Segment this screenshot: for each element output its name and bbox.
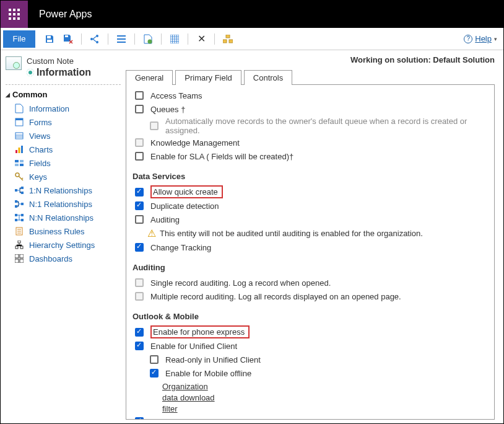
nav-hierarchy[interactable]: Hierarchy Settings bbox=[6, 238, 121, 252]
nav-n1[interactable]: N:1 Relationships bbox=[6, 197, 121, 211]
list-icon[interactable] bbox=[114, 32, 129, 46]
lbl-multi-audit: Multiple record auditing. Log all record… bbox=[150, 292, 401, 301]
lbl-mobile-offline: Enable for Mobile offline bbox=[165, 369, 251, 378]
form-panel[interactable]: Access Teams Queues † Automatically move… bbox=[126, 85, 495, 420]
nav-charts[interactable]: Charts bbox=[6, 143, 121, 156]
svg-point-14 bbox=[96, 41, 98, 43]
lbl-unified: Enable for Unified Client bbox=[150, 342, 237, 351]
chk-duplicate[interactable] bbox=[135, 201, 144, 210]
nav-forms[interactable]: Forms bbox=[6, 115, 121, 129]
entity-title: Information bbox=[27, 67, 91, 78]
svg-rect-32 bbox=[20, 164, 24, 166]
lbl-readonly-uc: Read-only in Unified Client bbox=[165, 355, 261, 364]
link-filter[interactable]: filter bbox=[162, 404, 488, 415]
highlight-quick-create: Allow quick create bbox=[150, 185, 223, 198]
svg-rect-0 bbox=[9, 9, 11, 11]
delete-icon[interactable]: ✕ bbox=[194, 32, 209, 46]
svg-rect-17 bbox=[117, 42, 126, 43]
chk-auditing[interactable] bbox=[135, 215, 144, 224]
lbl-km: Knowledge Management bbox=[150, 138, 240, 148]
rel-n1-icon bbox=[14, 199, 24, 209]
svg-rect-11 bbox=[65, 35, 68, 37]
tab-primary-field[interactable]: Primary Field bbox=[175, 70, 241, 85]
chk-queues-auto bbox=[150, 121, 159, 130]
chk-readonly-uc[interactable] bbox=[150, 355, 159, 364]
save-icon[interactable] bbox=[42, 32, 57, 46]
link-organization[interactable]: Organization bbox=[162, 381, 488, 392]
svg-rect-34 bbox=[15, 189, 17, 192]
chk-quick-create[interactable] bbox=[135, 188, 144, 197]
nav-bizrules[interactable]: Business Rules bbox=[6, 224, 121, 238]
chk-sla[interactable] bbox=[135, 152, 144, 161]
svg-rect-20 bbox=[226, 35, 230, 38]
solution-status: Working on solution: Default Solution bbox=[126, 55, 495, 64]
chk-mobile-offline[interactable] bbox=[150, 369, 159, 378]
svg-rect-42 bbox=[21, 214, 24, 216]
chk-phone-express[interactable] bbox=[135, 328, 144, 337]
section-data-services: Data Services bbox=[133, 172, 488, 181]
lbl-duplicate: Duplicate detection bbox=[150, 201, 219, 211]
chk-queues[interactable] bbox=[135, 105, 144, 113]
help-menu[interactable]: ? Help ▾ bbox=[464, 34, 497, 43]
nav-items: Information Forms Views Charts Fields Ke… bbox=[6, 102, 121, 265]
nav-information[interactable]: Information bbox=[6, 102, 121, 115]
chevron-down-icon: ▾ bbox=[494, 36, 497, 42]
page-icon[interactable] bbox=[141, 32, 155, 46]
nav-keys[interactable]: Keys bbox=[6, 170, 121, 183]
chart-icon bbox=[14, 144, 24, 154]
svg-rect-6 bbox=[9, 17, 11, 20]
page-icon bbox=[14, 104, 24, 113]
lbl-queues: Queues † bbox=[150, 105, 185, 114]
offline-filter-links: Organization data download filter bbox=[133, 381, 488, 415]
tab-general[interactable]: General bbox=[126, 70, 173, 85]
svg-rect-29 bbox=[15, 160, 19, 162]
rel-1n-icon bbox=[14, 185, 24, 195]
app-launcher-icon[interactable] bbox=[1, 1, 28, 28]
audit-warning: ⚠This entity will not be audited until a… bbox=[133, 227, 488, 239]
nav-fields[interactable]: Fields bbox=[6, 156, 121, 170]
help-icon: ? bbox=[464, 35, 472, 43]
nav-nn[interactable]: N:N Relationships bbox=[6, 211, 121, 224]
nav-dashboards[interactable]: Dashboards bbox=[6, 252, 121, 265]
svg-rect-15 bbox=[117, 35, 126, 37]
relationships-icon[interactable] bbox=[87, 32, 102, 46]
save-close-icon[interactable] bbox=[61, 32, 76, 46]
grid-icon[interactable] bbox=[167, 32, 182, 46]
svg-rect-35 bbox=[21, 187, 24, 189]
svg-rect-36 bbox=[21, 192, 24, 194]
app-title: Power Apps bbox=[39, 9, 92, 20]
tab-strip: General Primary Field Controls bbox=[126, 69, 495, 85]
section-outlook-mobile: Outlook & Mobile bbox=[133, 312, 488, 321]
svg-rect-28 bbox=[21, 146, 23, 153]
svg-rect-4 bbox=[13, 13, 15, 15]
chk-unified-client[interactable] bbox=[135, 342, 144, 350]
svg-point-13 bbox=[96, 35, 98, 37]
svg-rect-10 bbox=[47, 40, 52, 42]
nav-section-label: Common bbox=[12, 90, 47, 99]
nav-section-header[interactable]: ◢ Common bbox=[6, 90, 121, 99]
chk-access-teams[interactable] bbox=[135, 91, 144, 100]
svg-rect-43 bbox=[21, 219, 24, 221]
svg-rect-50 bbox=[15, 259, 19, 263]
svg-rect-46 bbox=[15, 246, 18, 249]
warning-icon: ⚠ bbox=[147, 227, 156, 239]
top-bar: Power Apps bbox=[1, 1, 503, 28]
svg-rect-30 bbox=[20, 160, 24, 162]
file-button[interactable]: File bbox=[3, 30, 35, 48]
fields-icon bbox=[14, 158, 24, 168]
nav-views[interactable]: Views bbox=[6, 129, 121, 143]
tab-controls[interactable]: Controls bbox=[244, 70, 292, 85]
link-data-download[interactable]: data download bbox=[162, 392, 488, 404]
nav-1n[interactable]: 1:N Relationships bbox=[6, 183, 121, 197]
svg-rect-3 bbox=[9, 13, 11, 15]
svg-rect-7 bbox=[13, 17, 15, 20]
entity-icon bbox=[6, 56, 22, 70]
svg-rect-1 bbox=[13, 9, 15, 11]
chk-single-audit bbox=[135, 278, 144, 287]
chk-reading-pane[interactable] bbox=[135, 417, 144, 420]
dependencies-icon[interactable] bbox=[220, 32, 235, 46]
rules-icon bbox=[14, 226, 24, 236]
chk-change-tracking[interactable] bbox=[135, 243, 144, 252]
views-icon bbox=[14, 131, 24, 141]
rel-nn-icon bbox=[14, 213, 24, 223]
